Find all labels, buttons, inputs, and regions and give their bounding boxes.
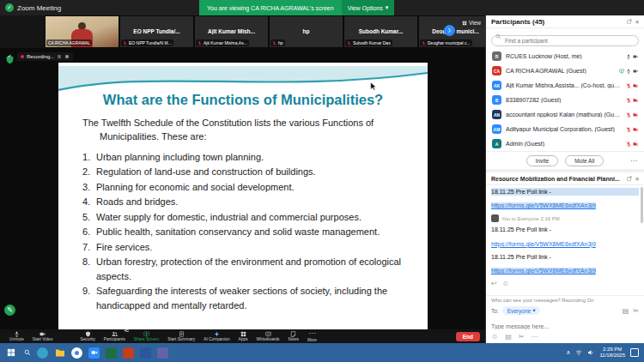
participant-row[interactable]: R RCUES Lucknow (Host, me): [486, 49, 644, 63]
ai-companion-icon: [214, 331, 220, 337]
popout-icon[interactable]: [627, 176, 632, 181]
powerpoint-icon[interactable]: [123, 347, 134, 359]
chat-scrollbar[interactable]: [641, 187, 643, 223]
camera-off-icon: [633, 142, 638, 147]
participants-button[interactable]: Participants 45: [100, 329, 130, 343]
more-button[interactable]: ⋯ More: [303, 329, 321, 343]
mic-muted-icon: [626, 112, 631, 118]
file-icon[interactable]: ▤: [505, 333, 512, 341]
slide-list-item: Planning for economic and social develop…: [82, 180, 407, 195]
chat-message-list[interactable]: 18.11.25 Pre Poll link - https://forms.g…: [486, 185, 644, 295]
participant-row[interactable]: A Admin (Guest): [486, 136, 644, 151]
whiteboard-icon: [265, 331, 271, 337]
participant-name: 8338907282 (Guest): [506, 97, 622, 103]
view-options-dropdown[interactable]: View Options ▾: [342, 0, 395, 15]
edge-icon[interactable]: [37, 347, 48, 359]
participants-panel-title: Participants (45): [491, 18, 544, 26]
pause-recording-button[interactable]: [57, 54, 62, 59]
view-layout-button[interactable]: View: [459, 18, 484, 27]
taskbar-clock[interactable]: 2:29 PM 11/18/2025: [599, 347, 625, 359]
participant-row[interactable]: AN accountant nppkosi Kalan (mathura) (G…: [486, 107, 644, 122]
close-icon[interactable]: ×: [635, 19, 639, 25]
folder-icon[interactable]: [54, 347, 65, 359]
reply-icon[interactable]: ↩: [491, 280, 497, 287]
annotation-pencil-button[interactable]: ✎: [4, 305, 15, 316]
participant-tile-name: hp: [278, 40, 283, 45]
more-options-icon[interactable]: ⋯: [630, 157, 637, 165]
share-screen-button[interactable]: Share Screen: [130, 329, 163, 343]
video-tile[interactable]: EO NPP Tundla/... EO NPP Tundla/N M...: [119, 15, 194, 48]
microphone-icon: [14, 331, 20, 337]
word-icon[interactable]: [140, 347, 151, 359]
slide-list-item: Urban forestry, protection of the enviro…: [82, 255, 407, 283]
camera-icon: [39, 331, 46, 337]
mute-all-button[interactable]: Mute All: [565, 155, 604, 166]
camera-off-icon: [633, 112, 638, 118]
participant-name: Adityapur Municipal Corporation, (Guest): [506, 126, 622, 132]
notes-icon: [290, 331, 296, 337]
next-participants-arrow-button[interactable]: [444, 25, 455, 36]
action-center-icon[interactable]: [630, 348, 639, 357]
avatar: A: [492, 139, 501, 148]
end-meeting-button[interactable]: End: [456, 332, 480, 341]
participant-name: Admin (Guest): [506, 141, 622, 147]
chrome-icon[interactable]: [71, 347, 82, 359]
participant-tile-name: CA RICHA AGRAWAL: [48, 40, 90, 45]
mouse-cursor: [369, 82, 378, 91]
screenshot-icon[interactable]: ✂: [633, 307, 639, 315]
participant-tile-name: EO NPP Tundla/N M...: [129, 40, 172, 45]
chevron-down-icon: ▾: [386, 4, 389, 11]
teams-icon[interactable]: [157, 347, 168, 359]
participant-row[interactable]: AK Ajit Kumar Mishra,Assista... (Co-host…: [486, 78, 644, 93]
invite-button[interactable]: Invite: [526, 155, 559, 166]
more-icon[interactable]: ⋯: [531, 333, 538, 341]
poll-link[interactable]: https://forms.gle/V5WX8ME6xdfXAn3j9: [491, 241, 596, 247]
popout-icon[interactable]: [627, 19, 632, 24]
video-tile[interactable]: Ajit Kumar Mish... Ajit Kumar Mishra,As.…: [194, 15, 269, 48]
chat-input-toolbar: ☺ ▤ ✂ ⋯: [486, 332, 644, 343]
avatar: CA: [492, 66, 501, 75]
stop-recording-button[interactable]: [64, 54, 70, 59]
video-tile[interactable]: Subodh Kumar... Subodh Kumar Das: [343, 15, 418, 48]
mic-muted-icon: [626, 142, 631, 147]
poll-link[interactable]: https://forms.gle/V5WX8ME6xdfXAn3j9: [491, 268, 596, 274]
chat-message-input[interactable]: [491, 322, 639, 331]
close-icon[interactable]: ×: [635, 176, 639, 182]
emoji-icon[interactable]: ☺: [491, 333, 498, 341]
side-panel: Participants (45) × R RCUES Lucknow (Hos…: [485, 15, 644, 343]
taskbar-search-icon[interactable]: [24, 349, 31, 356]
emoji-reaction-icon[interactable]: ☺: [502, 280, 509, 287]
video-tile-active-speaker[interactable]: CA RICHA AGRAWAL: [45, 15, 119, 48]
attach-file-icon[interactable]: ▤: [623, 307, 629, 315]
tray-expand-icon[interactable]: ∧: [566, 349, 570, 356]
wifi-icon[interactable]: [575, 349, 582, 356]
unmute-button[interactable]: Unmute: [5, 329, 28, 343]
avatar: AM: [492, 124, 501, 134]
whiteboards-button[interactable]: Whiteboards: [252, 329, 284, 343]
start-summary-button[interactable]: Start Summary: [163, 329, 199, 343]
notes-button[interactable]: Notes: [283, 329, 303, 343]
poll-link[interactable]: https://forms.gle/V5WX8ME6xdfXAn3j9: [491, 202, 596, 208]
speaker-icon[interactable]: [587, 349, 594, 356]
video-tile[interactable]: hp hp: [269, 15, 343, 48]
avatar: AN: [492, 110, 501, 119]
security-button[interactable]: Security: [76, 329, 99, 343]
shield-icon: [85, 331, 91, 337]
start-video-button[interactable]: Start Video: [28, 329, 58, 343]
apps-button[interactable]: Apps: [234, 329, 252, 343]
screenshot-icon[interactable]: ✂: [519, 333, 525, 341]
chat-input-row: [486, 317, 644, 332]
search-input[interactable]: [491, 35, 639, 46]
participant-row[interactable]: CA CA RICHA AGRAWAL (Guest): [486, 63, 644, 78]
start-button[interactable]: [0, 348, 22, 357]
participants-count-badge: 45: [125, 329, 129, 334]
mic-muted-icon: [626, 83, 631, 88]
mic-muted-icon: [626, 127, 631, 132]
participant-row[interactable]: AM Adityapur Municipal Corporation, (Gue…: [486, 122, 644, 136]
camera-off-icon: [633, 83, 638, 88]
zoom-app-icon[interactable]: [88, 347, 100, 359]
ai-companion-button[interactable]: AI Companion: [199, 329, 234, 343]
recipient-selector[interactable]: Everyone ▾: [502, 306, 541, 315]
participant-row[interactable]: B 8338907282 (Guest): [486, 93, 644, 107]
excel-icon[interactable]: [106, 347, 117, 359]
